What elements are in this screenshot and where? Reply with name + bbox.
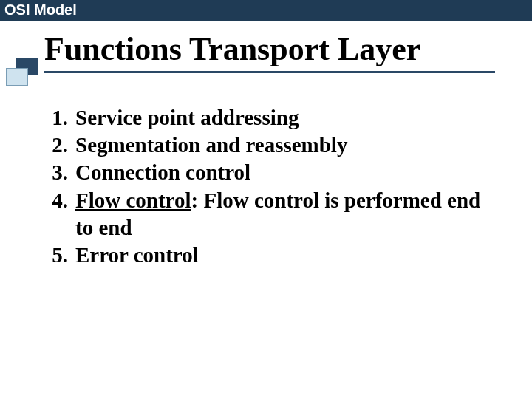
item-text-underlined: Flow control (75, 188, 191, 212)
slide-header-bar: OSI Model (0, 0, 532, 21)
list-item: Service point addressing (35, 104, 497, 132)
list-item: Connection control (35, 159, 497, 186)
slide-title: Functions Transport Layer (44, 33, 495, 73)
item-text: Error control (75, 243, 199, 267)
list-item: Error control (35, 242, 497, 269)
functions-list: Service point addressing Segmentation an… (35, 104, 497, 269)
slide-content: Service point addressing Segmentation an… (35, 104, 497, 269)
list-item: Flow control: Flow control is performed … (35, 187, 497, 242)
item-text: Segmentation and reassembly (75, 133, 347, 157)
slide: OSI Model Functions Transport Layer Serv… (0, 0, 532, 399)
list-item: Segmentation and reassembly (35, 132, 497, 159)
item-text: Connection control (75, 160, 250, 184)
item-text: Service point addressing (75, 106, 299, 129)
slide-header-text: OSI Model (4, 1, 77, 18)
title-block: Functions Transport Layer (0, 33, 532, 73)
title-squares-icon (6, 58, 38, 86)
